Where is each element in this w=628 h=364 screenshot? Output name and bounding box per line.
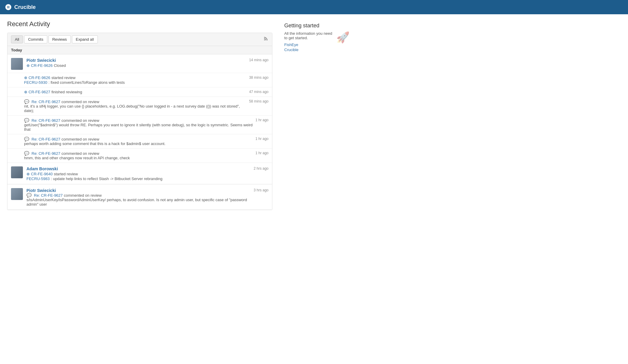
user-row-piotr2: Piotr Swiecicki 💬 Re: CR-FE-9627 comment… bbox=[7, 185, 272, 210]
action-piotr2: commented on review bbox=[64, 193, 102, 198]
comment-text-piotr2: s/isAdminUserKey/isPasswordAdminUserKey/… bbox=[26, 198, 250, 207]
action-text-5: commented on review bbox=[62, 137, 99, 141]
activity-link-4: 💬 Re: CR-FE-9627 commented on review bbox=[24, 118, 255, 123]
comment-ref-5[interactable]: Re: CR-FE-9627 bbox=[32, 137, 60, 141]
reviews-filter-button[interactable]: Reviews bbox=[48, 35, 71, 43]
commits-filter-button[interactable]: Commits bbox=[24, 35, 47, 43]
time-6: 1 hr ago bbox=[255, 151, 269, 155]
avatar-adam bbox=[11, 166, 23, 178]
activity-item-1: ⊕ CR-FE-9626 started review FECRU-5930 :… bbox=[7, 73, 272, 87]
time-piotr2: 3 hrs ago bbox=[254, 188, 269, 192]
commit-msg-adam: update help links to reflect Stash -> Bi… bbox=[53, 177, 162, 181]
user-row-adam: Adam Borowski ⊕ CR-FE-9640 started revie… bbox=[7, 163, 272, 184]
comment-text-6: hmm, this and other changes now result i… bbox=[24, 156, 255, 160]
activity-detail-6: 💬 Re: CR-FE-9627 commented on review hmm… bbox=[24, 151, 255, 160]
activity-row-5: 💬 Re: CR-FE-9627 commented on review per… bbox=[24, 137, 269, 146]
expand-all-button[interactable]: Expand all bbox=[72, 35, 98, 43]
activity-item-5: 💬 Re: CR-FE-9627 commented on review per… bbox=[7, 134, 272, 149]
globe-icon-1: ⊕ bbox=[24, 75, 27, 80]
review-link-adam: ⊕ CR-FE-9640 started review bbox=[26, 172, 250, 176]
comment-ref-6[interactable]: Re: CR-FE-9627 bbox=[32, 151, 60, 156]
rss-icon[interactable] bbox=[263, 36, 269, 43]
left-column: Recent Activity All Commits Reviews Expa… bbox=[7, 20, 272, 210]
user-info-adam: Adam Borowski ⊕ CR-FE-9640 started revie… bbox=[26, 166, 250, 181]
review-link-piotr: ⊕ CR-FE-9626 Closed bbox=[26, 63, 246, 68]
fisheye-link[interactable]: FishEye bbox=[284, 42, 333, 47]
comment-icon-5: 💬 bbox=[24, 137, 29, 141]
review-status-adam: started review bbox=[54, 172, 78, 176]
action-text-2: finished reviewing bbox=[51, 90, 82, 94]
activity-detail-3: 💬 Re: CR-FE-9627 commented on review nit… bbox=[24, 99, 249, 113]
comment-text-3: nit, it's a slf4j logger, you can use {}… bbox=[24, 104, 249, 113]
commit-id-adam[interactable]: FECRU-5983 bbox=[26, 177, 50, 181]
activity-group-adam: Adam Borowski ⊕ CR-FE-9640 started revie… bbox=[7, 163, 272, 185]
activity-link-6: 💬 Re: CR-FE-9627 commented on review bbox=[24, 151, 255, 156]
comment-ref-3[interactable]: Re: CR-FE-9627 bbox=[32, 100, 60, 104]
review-id-piotr[interactable]: CR-FE-9626 bbox=[31, 63, 53, 68]
action-text-4: commented on review bbox=[62, 118, 99, 123]
toolbar: All Commits Reviews Expand all bbox=[7, 33, 272, 46]
activity-row-2: ⊕ CR-FE-9627 finished reviewing 47 mins … bbox=[24, 90, 269, 94]
globe-icon: ⊕ bbox=[26, 63, 30, 68]
avatar-placeholder-piotr2 bbox=[11, 188, 23, 200]
commit-id-1[interactable]: FECRU-5930 bbox=[24, 80, 47, 85]
review-status-piotr: Closed bbox=[54, 63, 66, 68]
action-text-6: commented on review bbox=[62, 151, 99, 156]
user-name-piotr[interactable]: Piotr Swiecicki bbox=[26, 58, 56, 63]
comment-text-4: getUser("$admin$") would throw RE. Perha… bbox=[24, 123, 255, 132]
header: Crucible bbox=[0, 0, 628, 14]
rocket-icon: 🚀 bbox=[336, 31, 350, 44]
page-title: Recent Activity bbox=[7, 20, 272, 28]
sub-review-id-2[interactable]: CR-FE-9627 bbox=[29, 90, 50, 94]
filter-buttons: All Commits Reviews Expand all bbox=[11, 35, 98, 43]
comment-ref-piotr2[interactable]: Re: CR-FE-9627 bbox=[34, 193, 63, 198]
sub-review-id-1[interactable]: CR-FE-9626 bbox=[29, 75, 50, 80]
activity-item-4: 💬 Re: CR-FE-9627 commented on review get… bbox=[7, 116, 272, 134]
getting-started: Getting started All the information you … bbox=[284, 20, 350, 53]
avatar-placeholder bbox=[11, 58, 23, 70]
activity-detail-1: ⊕ CR-FE-9626 started review FECRU-5930 :… bbox=[24, 75, 249, 85]
activity-panel: All Commits Reviews Expand all Today bbox=[7, 33, 272, 210]
user-name-adam[interactable]: Adam Borowski bbox=[26, 166, 58, 171]
main-content: Recent Activity All Commits Reviews Expa… bbox=[0, 14, 357, 216]
getting-started-text: All the information you need to get star… bbox=[284, 31, 333, 53]
activity-link-5: 💬 Re: CR-FE-9627 commented on review bbox=[24, 137, 255, 141]
activity-item-3: 💬 Re: CR-FE-9627 commented on review nit… bbox=[7, 97, 272, 116]
activity-row-3: 💬 Re: CR-FE-9627 commented on review nit… bbox=[24, 99, 269, 113]
action-text-3: commented on review bbox=[62, 100, 99, 104]
comment-ref-4[interactable]: Re: CR-FE-9627 bbox=[32, 118, 60, 123]
getting-started-desc: All the information you need to get star… bbox=[284, 31, 333, 40]
time-4: 1 hr ago bbox=[255, 118, 269, 122]
getting-started-title: Getting started bbox=[284, 23, 350, 29]
crucible-logo-icon bbox=[5, 4, 12, 11]
activity-item-2: ⊕ CR-FE-9627 finished reviewing 47 mins … bbox=[7, 87, 272, 97]
comment-icon-6: 💬 bbox=[24, 151, 29, 156]
avatar-placeholder-adam bbox=[11, 166, 23, 178]
activity-link-2: ⊕ CR-FE-9627 finished reviewing bbox=[24, 90, 249, 94]
comment-text-5: perhaps worth adding some comment that t… bbox=[24, 141, 255, 146]
all-filter-button[interactable]: All bbox=[11, 35, 23, 43]
commit-line-adam: FECRU-5983 : update help links to reflec… bbox=[26, 176, 250, 181]
crucible-link[interactable]: Crucible bbox=[284, 48, 333, 52]
user-info-piotr: Piotr Swiecicki ⊕ CR-FE-9626 Closed bbox=[26, 58, 246, 68]
time-5: 1 hr ago bbox=[255, 137, 269, 141]
logo[interactable]: Crucible bbox=[5, 4, 36, 11]
commit-msg-text-1: fixed convertLinesToRange alons with tes… bbox=[51, 80, 125, 85]
activity-link-1: ⊕ CR-FE-9626 started review bbox=[24, 75, 249, 80]
action-text-1: started review bbox=[51, 75, 76, 80]
today-section-header: Today bbox=[7, 46, 272, 54]
comment-icon-3: 💬 bbox=[24, 99, 29, 104]
user-name-piotr2[interactable]: Piotr Swiecicki bbox=[26, 188, 56, 193]
activity-detail-4: 💬 Re: CR-FE-9627 commented on review get… bbox=[24, 118, 255, 132]
activity-row-1: ⊕ CR-FE-9626 started review FECRU-5930 :… bbox=[24, 75, 269, 85]
avatar-piotr bbox=[11, 58, 23, 70]
review-id-adam[interactable]: CR-FE-9640 bbox=[31, 172, 53, 176]
time-1: 38 mins ago bbox=[249, 75, 269, 80]
activity-row-4: 💬 Re: CR-FE-9627 commented on review get… bbox=[24, 118, 269, 132]
globe-icon-2: ⊕ bbox=[24, 90, 27, 94]
activity-detail-2: ⊕ CR-FE-9627 finished reviewing bbox=[24, 90, 249, 94]
time-piotr: 14 mins ago bbox=[249, 58, 269, 62]
activity-row-6: 💬 Re: CR-FE-9627 commented on review hmm… bbox=[24, 151, 269, 160]
activity-link-piotr2: 💬 Re: CR-FE-9627 commented on review bbox=[26, 193, 250, 198]
getting-started-content: All the information you need to get star… bbox=[284, 31, 350, 53]
